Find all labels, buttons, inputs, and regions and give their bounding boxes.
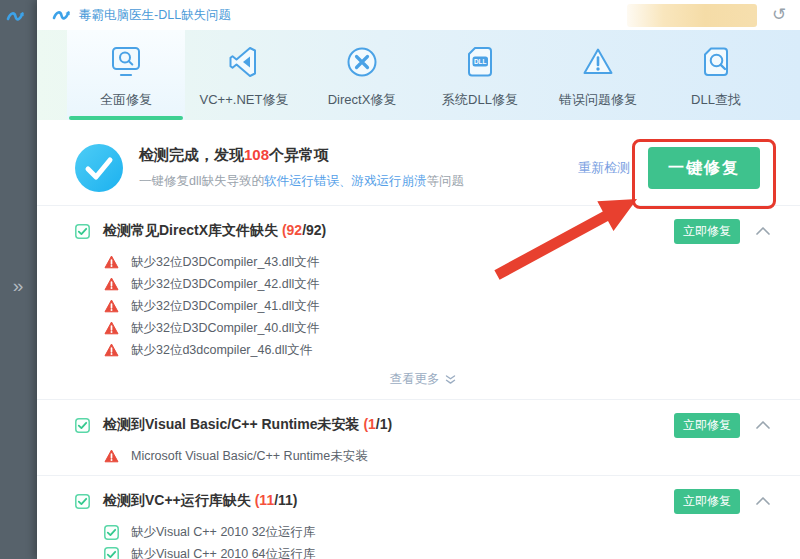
checkbox-icon[interactable] — [104, 547, 119, 559]
issue-item-text: 缺少Visual C++ 2010 64位运行库 — [131, 546, 316, 559]
directx-icon — [344, 40, 380, 84]
checkbox-checked-icon[interactable] — [75, 494, 90, 509]
titlebar: 毒霸电脑医生-DLL缺失问题 ↺ — [37, 0, 800, 30]
issue-item-text: 缺少32位D3DCompiler_43.dll文件 — [131, 254, 319, 271]
main-content: 检测完成，发现108个异常项 一键修复dll缺失导致的软件运行错误、游戏运行崩溃… — [37, 120, 800, 559]
checkbox-checked-icon[interactable] — [75, 224, 90, 239]
fix-now-button[interactable]: 立即修复 — [674, 219, 740, 244]
fix-all-button[interactable]: 一键修复 — [648, 147, 760, 189]
svg-text:DLL: DLL — [474, 58, 487, 65]
issue-item-text: Microsoft Visual Basic/C++ Runtime未安装 — [131, 448, 368, 465]
issue-item-text: 缺少Visual C++ 2010 32位运行库 — [131, 524, 316, 541]
issue-item: 缺少32位D3DCompiler_41.dll文件 — [104, 295, 770, 317]
section-header: 检测到VC++运行库缺失 (11/11) 立即修复 — [75, 481, 770, 521]
section-items: Microsoft Visual Basic/C++ Runtime未安装 — [75, 445, 770, 467]
issue-item: 缺少Visual C++ 2010 32位运行库 — [104, 521, 770, 543]
checkbox-icon[interactable] — [104, 525, 119, 540]
tab-DLL查找[interactable]: DLL查找 — [657, 30, 775, 120]
section-title: 检测常见DirectX库文件缺失 (92/92) — [103, 222, 326, 240]
warning-triangle-icon — [580, 40, 616, 84]
duba-logo-icon — [52, 6, 72, 24]
tab-label: 系统DLL修复 — [442, 91, 518, 109]
issue-item: 缺少32位D3DCompiler_40.dll文件 — [104, 317, 770, 339]
tab-label: 错误问题修复 — [559, 91, 637, 109]
warning-icon — [104, 343, 119, 358]
background-window-strip: » — [0, 0, 37, 559]
scan-result-subtitle: 一键修复dll缺失导致的软件运行错误、游戏运行崩溃等问题 — [139, 173, 464, 190]
scan-result-banner: 检测完成，发现108个异常项 一键修复dll缺失导致的软件运行错误、游戏运行崩溃… — [37, 120, 800, 205]
issue-section: 检测常见DirectX库文件缺失 (92/92) 立即修复 缺少32位D3DCo… — [37, 211, 800, 399]
window-title: 毒霸电脑医生-DLL缺失问题 — [79, 7, 231, 24]
warning-icon — [104, 449, 119, 464]
tab-label: DirectX修复 — [328, 91, 397, 109]
issue-item: 缺少32位D3DCompiler_43.dll文件 — [104, 251, 770, 273]
view-more-link[interactable]: 查看更多 — [75, 361, 770, 399]
divider — [37, 475, 800, 476]
blurred-user-badge — [627, 4, 757, 27]
scan-result-text: 检测完成，发现108个异常项 一键修复dll缺失导致的软件运行错误、游戏运行崩溃… — [139, 146, 464, 190]
section-title: 检测到VC++运行库缺失 (11/11) — [103, 492, 298, 510]
tab-全面修复[interactable]: 全面修复 — [67, 30, 185, 120]
issue-item-text: 缺少32位D3DCompiler_40.dll文件 — [131, 320, 319, 337]
checkbox-checked-icon[interactable] — [75, 418, 90, 433]
section-title: 检测到Visual Basic/C++ Runtime未安装 (1/1) — [103, 416, 392, 434]
issue-section: 检测到Visual Basic/C++ Runtime未安装 (1/1) 立即修… — [37, 405, 800, 475]
monitor-search-icon — [107, 40, 145, 84]
visual-studio-icon — [226, 40, 262, 84]
warning-icon — [104, 321, 119, 336]
issue-item-text: 缺少32位D3DCompiler_42.dll文件 — [131, 276, 319, 293]
issue-item: Microsoft Visual Basic/C++ Runtime未安装 — [104, 445, 770, 467]
tab-VC++.NET修复[interactable]: VC++.NET修复 — [185, 30, 303, 120]
issue-item: 缺少32位D3DCompiler_42.dll文件 — [104, 273, 770, 295]
divider — [37, 399, 800, 400]
issue-item-text: 缺少32位D3DCompiler_41.dll文件 — [131, 298, 319, 315]
tab-label: DLL查找 — [691, 91, 741, 109]
duba-logo-icon — [6, 7, 26, 25]
scan-result-title: 检测完成，发现108个异常项 — [139, 146, 464, 165]
section-header: 检测到Visual Basic/C++ Runtime未安装 (1/1) 立即修… — [75, 405, 770, 445]
app-window: 毒霸电脑医生-DLL缺失问题 ↺ 全面修复 VC++.NET修复 DirectX… — [37, 0, 800, 559]
issue-section: 检测到VC++运行库缺失 (11/11) 立即修复 缺少Visual C++ 2… — [37, 481, 800, 559]
tab-DirectX修复[interactable]: DirectX修复 — [303, 30, 421, 120]
section-items: 缺少32位D3DCompiler_43.dll文件 缺少32位D3DCompil… — [75, 251, 770, 361]
issue-sections: 检测常见DirectX库文件缺失 (92/92) 立即修复 缺少32位D3DCo… — [37, 211, 800, 559]
warning-icon — [104, 255, 119, 270]
fix-now-button[interactable]: 立即修复 — [674, 413, 740, 438]
tab-label: 全面修复 — [100, 91, 152, 109]
section-items: 缺少Visual C++ 2010 32位运行库 缺少Visual C++ 20… — [75, 521, 770, 559]
chevron-up-icon[interactable] — [756, 226, 770, 236]
dll-file-icon: DLL — [462, 40, 498, 84]
chevron-up-icon[interactable] — [756, 496, 770, 506]
undo-icon[interactable]: ↺ — [768, 3, 790, 27]
warning-icon — [104, 299, 119, 314]
divider — [37, 205, 800, 206]
tab-系统DLL修复[interactable]: DLL 系统DLL修复 — [421, 30, 539, 120]
check-circle-icon — [75, 144, 123, 192]
anomaly-count: 108 — [244, 146, 269, 163]
tab-错误问题修复[interactable]: 错误问题修复 — [539, 30, 657, 120]
issue-item: 缺少32位d3dcompiler_46.dll文件 — [104, 339, 770, 361]
fix-now-button[interactable]: 立即修复 — [674, 489, 740, 514]
issue-item: 缺少Visual C++ 2010 64位运行库 — [104, 543, 770, 559]
tab-label: VC++.NET修复 — [200, 91, 289, 109]
issue-item-text: 缺少32位d3dcompiler_46.dll文件 — [131, 342, 312, 359]
tabbar: 全面修复 VC++.NET修复 DirectX修复 DLL 系统DLL修复 错误… — [37, 30, 800, 120]
chevron-double-right-icon[interactable]: » — [6, 274, 30, 298]
warning-icon — [104, 277, 119, 292]
recheck-link[interactable]: 重新检测 — [578, 159, 630, 177]
chevron-up-icon[interactable] — [756, 420, 770, 430]
section-header: 检测常见DirectX库文件缺失 (92/92) 立即修复 — [75, 211, 770, 251]
file-search-icon — [698, 40, 734, 84]
